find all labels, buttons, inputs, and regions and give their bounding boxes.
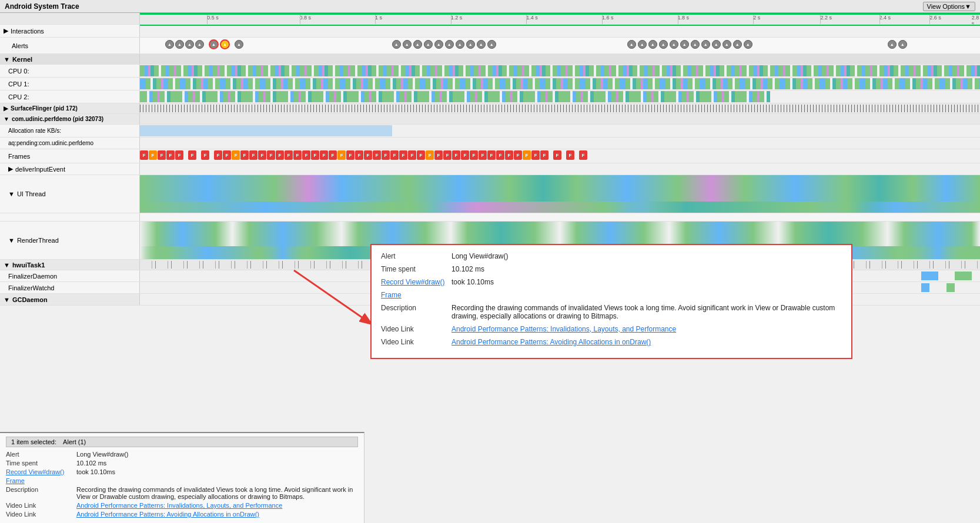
frame-marker[interactable]: F xyxy=(249,150,257,160)
frame-marker[interactable]: F xyxy=(337,150,346,160)
kernel-label[interactable]: ▼ Kernel xyxy=(0,54,140,64)
alert-circle[interactable]: ▲ xyxy=(413,40,422,49)
frame-marker[interactable]: F xyxy=(267,150,275,160)
aq-row: aq:pending:com.udinic.perfdemo xyxy=(0,138,980,149)
alert-circle[interactable]: ▲ xyxy=(392,40,401,49)
frame-marker[interactable]: F xyxy=(188,150,196,160)
frame-marker[interactable]: F xyxy=(531,150,540,160)
frame-marker[interactable]: F xyxy=(311,150,319,160)
frame-marker[interactable]: F xyxy=(579,150,587,160)
frame-marker[interactable]: F xyxy=(514,150,522,160)
frame-marker[interactable]: F xyxy=(523,150,531,160)
frame-marker[interactable]: F xyxy=(540,150,548,160)
alert-circle[interactable]: ▲ xyxy=(733,40,742,49)
frame-marker[interactable]: F xyxy=(566,150,574,160)
alert-circle[interactable]: ▲ xyxy=(712,40,721,49)
frame-marker[interactable]: F xyxy=(240,150,249,160)
frame-marker[interactable]: F xyxy=(329,150,337,160)
surface-flinger-label[interactable]: ▶ SurfaceFlinger (pid 172) xyxy=(0,103,140,113)
frame-marker[interactable]: F xyxy=(553,150,561,160)
alert-circle[interactable]: ▲ xyxy=(445,40,454,49)
alert-circle[interactable]: ▲ xyxy=(898,40,907,49)
alert-circle[interactable]: ▲ xyxy=(195,40,204,49)
frame-marker[interactable]: F xyxy=(166,150,175,160)
hwui-label[interactable]: ▼ hwuiTask1 xyxy=(0,260,140,270)
frame-marker[interactable]: F xyxy=(408,150,416,160)
frame-marker[interactable]: F xyxy=(470,150,478,160)
frame-marker[interactable]: F xyxy=(355,150,363,160)
alert-circle[interactable]: ▲ xyxy=(456,40,464,49)
video-link-1[interactable]: Android Performance Patterns: Invalidati… xyxy=(76,502,282,509)
alert-circle[interactable]: ▲ xyxy=(165,40,174,49)
frame-marker[interactable]: F xyxy=(382,150,390,160)
frame-marker[interactable]: F xyxy=(426,150,434,160)
alert-circle[interactable]: ▲ xyxy=(659,40,668,49)
frame-marker[interactable]: F xyxy=(434,150,443,160)
frame-marker[interactable]: F xyxy=(390,150,399,160)
alert-circle-highlighted[interactable]: ▲ xyxy=(209,39,219,49)
frame-marker[interactable]: F xyxy=(461,150,469,160)
alert-circle[interactable]: ▲ xyxy=(434,40,443,49)
frame-marker[interactable]: F xyxy=(302,150,310,160)
alert-circle[interactable]: ▲ xyxy=(477,40,486,49)
popup-video-link-2[interactable]: Android Performance Patterns: Avoiding A… xyxy=(451,338,651,346)
frame-marker[interactable]: F xyxy=(496,150,504,160)
alloc-bar xyxy=(140,125,392,136)
frame-marker[interactable]: F xyxy=(285,150,293,160)
frame-marker[interactable]: F xyxy=(214,150,222,160)
alert-circle[interactable]: ▲ xyxy=(424,40,433,49)
alert-circle[interactable]: ▲ xyxy=(638,40,647,49)
video-link-2[interactable]: Android Performance Patterns: Avoiding A… xyxy=(76,511,259,518)
alert-circle-highlighted-yellow[interactable]: ▲ xyxy=(220,39,230,49)
alert-circle[interactable]: ▲ xyxy=(487,40,496,49)
frame-marker[interactable]: F xyxy=(373,150,381,160)
render-thread-label[interactable]: ▼ RenderThread xyxy=(0,222,140,259)
popup-video-link-1[interactable]: Android Performance Patterns: Invalidati… xyxy=(451,325,676,333)
frame-marker[interactable]: F xyxy=(175,150,183,160)
view-options-button[interactable]: View Options▼ xyxy=(923,2,976,11)
frame-marker[interactable]: F xyxy=(346,150,354,160)
frame-link[interactable]: Frame xyxy=(6,477,76,484)
alert-circle[interactable]: ▲ xyxy=(670,40,678,49)
ui-thread-label[interactable]: ▼ UI Thread xyxy=(0,175,140,213)
alert-circle[interactable]: ▲ xyxy=(691,40,700,49)
alert-circle[interactable]: ▲ xyxy=(680,40,689,49)
popup-frame-link[interactable]: Frame xyxy=(381,291,451,299)
alert-circle[interactable]: ▲ xyxy=(403,40,412,49)
frame-marker[interactable]: F xyxy=(443,150,451,160)
frame-marker[interactable]: F xyxy=(276,150,284,160)
frame-marker[interactable]: F xyxy=(320,150,328,160)
gc-daemon-label[interactable]: ▼ GCDaemon xyxy=(0,294,140,305)
frame-marker[interactable]: F xyxy=(505,150,513,160)
frame-marker[interactable]: F xyxy=(293,150,302,160)
interactions-label[interactable]: ▶ Interactions xyxy=(0,25,140,37)
frame-marker[interactable]: F xyxy=(399,150,407,160)
deliver-label[interactable]: ▶ deliverInputEvent xyxy=(0,163,140,175)
perfdemo-label[interactable]: ▼ com.udinic.perfdemo (pid 32073) xyxy=(0,114,140,124)
frame-marker[interactable]: F xyxy=(201,150,209,160)
frame-marker[interactable]: F xyxy=(140,150,148,160)
alert-circle[interactable]: ▲ xyxy=(744,40,752,49)
alert-circle[interactable]: ▲ xyxy=(185,40,194,49)
record-view-link[interactable]: Record View#draw() xyxy=(6,468,76,475)
frame-marker[interactable]: F xyxy=(452,150,460,160)
frame-marker[interactable]: F xyxy=(487,150,496,160)
frame-marker[interactable]: F xyxy=(417,150,425,160)
frame-marker[interactable]: F xyxy=(149,150,157,160)
alert-circle[interactable]: ▲ xyxy=(888,40,897,49)
frame-marker[interactable]: F xyxy=(232,150,240,160)
popup-record-link[interactable]: Record View#draw() xyxy=(381,278,451,286)
alert-circle[interactable]: ▲ xyxy=(701,40,710,49)
alert-circle[interactable]: ▲ xyxy=(627,40,636,49)
frame-marker[interactable]: F xyxy=(258,150,266,160)
alert-circle[interactable]: ▲ xyxy=(648,40,657,49)
alert-circle[interactable]: ▲ xyxy=(723,40,731,49)
frame-marker[interactable]: F xyxy=(364,150,372,160)
popup-row-frame: Frame xyxy=(381,291,842,299)
frame-marker[interactable]: F xyxy=(223,150,231,160)
alert-circle[interactable]: ▲ xyxy=(235,40,243,49)
frame-marker[interactable]: F xyxy=(479,150,487,160)
alert-circle[interactable]: ▲ xyxy=(466,40,475,49)
alert-circle[interactable]: ▲ xyxy=(175,40,184,49)
frame-marker[interactable]: F xyxy=(158,150,166,160)
